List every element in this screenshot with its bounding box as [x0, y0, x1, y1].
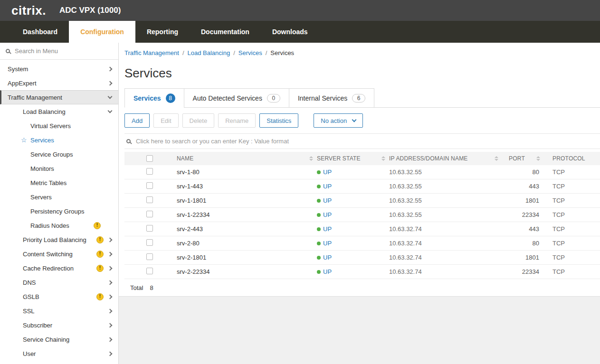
nav-tab-dashboard[interactable]: Dashboard	[11, 21, 69, 43]
row-checkbox[interactable]	[146, 225, 153, 232]
sidebar-item-metric-tables[interactable]: Metric Tables	[0, 176, 118, 190]
table-row[interactable]: srv-1-443 UP 10.63.32.55 443 TCP	[124, 179, 600, 194]
add-button[interactable]: Add	[124, 113, 150, 128]
nav-tab-configuration[interactable]: Configuration	[69, 21, 135, 43]
sidebar-item-subscriber[interactable]: Subscriber	[0, 318, 118, 332]
status-up-dot	[317, 270, 321, 274]
table-search[interactable]	[124, 133, 600, 149]
ip-address: 10.63.32.55	[389, 211, 502, 218]
column-header-port[interactable]: PORT	[502, 152, 544, 165]
edit-button[interactable]: Edit	[153, 113, 178, 128]
protocol: TCP	[544, 211, 600, 218]
tab-internal-services[interactable]: Internal Services 6	[289, 88, 374, 108]
sidebar-item-radius-nodes[interactable]: Radius Nodes !	[0, 218, 118, 233]
table-row[interactable]: srv-1-22334 UP 10.63.32.55 22334 TCP	[124, 208, 600, 222]
ip-address: 10.63.32.74	[389, 240, 502, 247]
sidebar-item-label: Radius Nodes	[30, 222, 94, 229]
sidebar-item-services[interactable]: ☆ Services	[0, 133, 118, 147]
sidebar-item-label: Service Groups	[30, 151, 112, 158]
warning-icon: !	[96, 236, 104, 243]
table-row[interactable]: srv-1-1801 UP 10.63.32.55 1801 TCP	[124, 194, 600, 208]
protocol: TCP	[544, 168, 600, 176]
sidebar-item-user[interactable]: User	[0, 346, 118, 361]
nav-tab-documentation[interactable]: Documentation	[190, 21, 261, 43]
tab-count-badge: 8	[166, 93, 175, 103]
sidebar-item-service-chaining[interactable]: Service Chaining	[0, 332, 118, 346]
search-icon	[6, 49, 10, 53]
sidebar-item-persistency-groups[interactable]: Persistency Groups	[0, 204, 118, 218]
table-row[interactable]: srv-1-80 UP 10.63.32.55 80 TCP	[124, 165, 600, 179]
sidebar-item-label: Monitors	[30, 165, 112, 172]
select-all-checkbox[interactable]	[146, 155, 153, 162]
sidebar-search-input[interactable]	[14, 47, 113, 55]
state-label: UP	[323, 168, 332, 176]
row-checkbox[interactable]	[146, 168, 153, 175]
row-checkbox[interactable]	[146, 268, 153, 274]
port: 1801	[502, 197, 544, 204]
sidebar: System AppExpert Traffic Management Load…	[0, 43, 119, 364]
sidebar-item-dns[interactable]: DNS	[0, 275, 118, 289]
column-header-name[interactable]: NAME	[172, 152, 317, 165]
chevron-down-icon	[108, 94, 113, 99]
chevron-right-icon	[108, 237, 113, 242]
sidebar-item-appexpert[interactable]: AppExpert	[0, 76, 118, 90]
sidebar-item-label: AppExpert	[8, 80, 108, 87]
sidebar-item-priority-load-balancing[interactable]: Priority Load Balancing !	[0, 233, 118, 247]
sidebar-item-virtual-servers[interactable]: Virtual Servers	[0, 119, 118, 133]
row-checkbox[interactable]	[146, 253, 153, 260]
sort-icon	[381, 156, 385, 161]
table-header-row: NAME SERVER STATE IP ADDRESS/DOMAIN NAME	[124, 152, 600, 165]
sidebar-item-load-balancing[interactable]: Load Balancing	[0, 104, 118, 119]
column-label: PORT	[509, 155, 525, 162]
column-header-ip-address[interactable]: IP ADDRESS/DOMAIN NAME	[389, 152, 502, 165]
chevron-right-icon	[108, 294, 113, 299]
app-window: citrix. ADC VPX (1000) Dashboard Configu…	[0, 0, 600, 364]
sidebar-search[interactable]	[0, 43, 118, 60]
row-checkbox[interactable]	[146, 211, 153, 217]
sidebar-item-monitors[interactable]: Monitors	[0, 161, 118, 176]
nav-tab-downloads[interactable]: Downloads	[261, 21, 319, 43]
column-header-protocol[interactable]: PROTOCOL	[544, 152, 600, 165]
delete-button[interactable]: Delete	[182, 113, 215, 128]
server-state: UP	[317, 183, 389, 190]
service-name: srv-1-22334	[172, 211, 317, 218]
nav-tab-reporting[interactable]: Reporting	[135, 21, 190, 43]
sidebar-item-servers[interactable]: Servers	[0, 190, 118, 204]
ip-address: 10.63.32.55	[389, 183, 502, 190]
service-name: srv-1-1801	[172, 197, 317, 204]
sidebar-item-system[interactable]: System	[0, 62, 118, 76]
column-label: IP ADDRESS/DOMAIN NAME	[389, 155, 468, 162]
table-row[interactable]: srv-2-443 UP 10.63.32.74 443 TCP	[124, 222, 600, 236]
service-name: srv-1-443	[172, 183, 317, 190]
row-checkbox[interactable]	[146, 196, 153, 203]
warning-icon: !	[94, 222, 101, 229]
table-row[interactable]: srv-2-80 UP 10.63.32.74 80 TCP	[124, 236, 600, 251]
rename-button[interactable]: Rename	[218, 113, 256, 128]
sidebar-item-cache-redirection[interactable]: Cache Redirection !	[0, 261, 118, 275]
breadcrumb-link-traffic-management[interactable]: Traffic Management	[124, 49, 179, 56]
breadcrumb-link-load-balancing[interactable]: Load Balancing	[188, 49, 230, 56]
tab-services[interactable]: Services 8	[124, 88, 184, 108]
protocol: TCP	[544, 225, 600, 233]
sidebar-item-ssl[interactable]: SSL	[0, 304, 118, 318]
service-name: srv-2-80	[172, 240, 317, 247]
sidebar-item-gslb[interactable]: GSLB !	[0, 289, 118, 304]
breadcrumb-link-services[interactable]: Services	[238, 49, 262, 56]
column-label: NAME	[177, 155, 193, 162]
status-up-dot	[317, 170, 321, 174]
no-action-dropdown[interactable]: No action	[314, 113, 363, 128]
row-checkbox[interactable]	[146, 239, 153, 246]
top-header: citrix. ADC VPX (1000)	[0, 0, 600, 21]
sidebar-item-traffic-management[interactable]: Traffic Management	[0, 90, 118, 104]
row-checkbox[interactable]	[146, 182, 153, 189]
statistics-button[interactable]: Statistics	[259, 113, 298, 128]
table-row[interactable]: srv-2-1801 UP 10.63.32.74 1801 TCP	[124, 251, 600, 265]
sidebar-item-service-groups[interactable]: Service Groups	[0, 147, 118, 161]
column-header-server-state[interactable]: SERVER STATE	[317, 152, 389, 165]
table-search-input[interactable]	[135, 137, 600, 145]
status-up-dot	[317, 227, 321, 231]
chevron-right-icon	[108, 252, 113, 256]
tab-auto-detected-services[interactable]: Auto Detected Services 0	[184, 88, 289, 108]
table-row[interactable]: srv-2-22334 UP 10.63.32.74 22334 TCP	[124, 265, 600, 279]
sidebar-item-content-switching[interactable]: Content Switching !	[0, 247, 118, 261]
